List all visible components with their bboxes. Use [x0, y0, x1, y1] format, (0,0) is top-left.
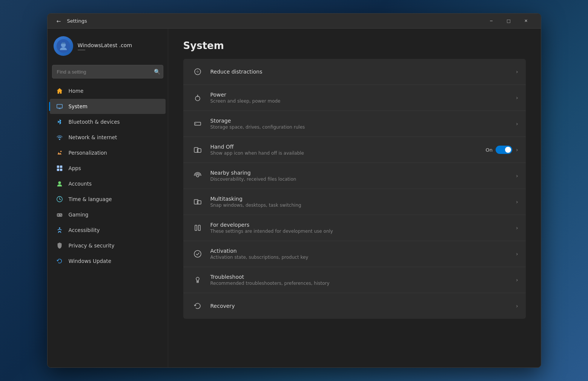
personalization-icon [56, 149, 63, 157]
update-icon [56, 257, 63, 265]
window-controls: ─ □ ✕ [483, 15, 535, 27]
reduce-distractions-chevron: › [516, 69, 518, 75]
multitasking-title: Multitasking [210, 196, 516, 202]
storage-icon [191, 117, 204, 131]
activation-icon [191, 247, 204, 261]
multitasking-right: › [516, 199, 518, 205]
hand-off-right: On › [485, 146, 518, 154]
svg-point-5 [60, 151, 61, 152]
setting-nearby-sharing[interactable]: Nearby sharing Discoverability, received… [183, 163, 526, 189]
close-icon: ✕ [524, 18, 528, 23]
hand-off-toggle-label: On [485, 147, 492, 153]
user-name: WindowsLatest .com [78, 42, 162, 48]
hand-off-toggle-container: On [485, 146, 512, 154]
sidebar-item-apps[interactable]: Apps [50, 161, 166, 176]
svg-point-4 [59, 139, 60, 140]
hand-off-toggle[interactable] [496, 146, 512, 154]
for-developers-desc: These settings are intended for developm… [210, 229, 516, 234]
svg-rect-6 [57, 166, 59, 168]
sidebar-item-accessibility-label: Accessibility [69, 227, 100, 233]
nearby-sharing-desc: Discoverability, received files location [210, 177, 516, 182]
setting-multitasking[interactable]: Multitasking Snap windows, desktops, tas… [183, 189, 526, 215]
nearby-sharing-text: Nearby sharing Discoverability, received… [210, 170, 516, 182]
back-icon: ← [57, 18, 61, 24]
sidebar-item-apps-label: Apps [69, 165, 81, 171]
setting-storage[interactable]: Storage Storage space, drives, configura… [183, 111, 526, 137]
power-icon [191, 91, 204, 104]
hand-off-desc: Show app icon when hand off is available [210, 151, 486, 156]
hand-off-icon [191, 143, 204, 157]
maximize-button[interactable]: □ [500, 15, 517, 27]
time-icon [56, 195, 63, 203]
power-desc: Screen and sleep, power mode [210, 98, 516, 104]
user-section[interactable]: WindowsLatest .com [48, 29, 168, 63]
sidebar-item-gaming-label: Gaming [69, 212, 89, 218]
bluetooth-icon [56, 118, 63, 126]
hand-off-title: Hand Off [210, 144, 486, 150]
sidebar-item-privacy[interactable]: Privacy & security [50, 238, 166, 253]
accounts-icon [56, 180, 63, 187]
setting-recovery[interactable]: Recovery › [183, 293, 526, 319]
sidebar-item-gaming[interactable]: Gaming [50, 207, 166, 222]
power-right: › [516, 95, 518, 101]
setting-activation[interactable]: Activation Activation state, subscriptio… [183, 241, 526, 267]
storage-text: Storage Storage space, drives, configura… [210, 118, 516, 130]
content-area: WindowsLatest .com 🔍 Home [48, 29, 541, 367]
troubleshoot-desc: Recommended troubleshooters, preferences… [210, 281, 516, 286]
search-input[interactable] [52, 65, 163, 78]
home-icon [56, 87, 63, 95]
sidebar-item-network[interactable]: Network & internet [50, 130, 166, 145]
sidebar-item-home[interactable]: Home [50, 83, 166, 98]
nearby-sharing-title: Nearby sharing [210, 170, 516, 176]
avatar [54, 36, 73, 56]
setting-for-developers[interactable]: For developers These settings are intend… [183, 215, 526, 241]
storage-right: › [516, 121, 518, 127]
privacy-icon [56, 242, 63, 249]
storage-chevron: › [516, 121, 518, 127]
sidebar-item-time[interactable]: Time & language [50, 192, 166, 207]
apps-icon [56, 164, 63, 172]
recovery-icon [191, 299, 204, 313]
main-content: System Reduce distractions › [168, 29, 541, 367]
close-button[interactable]: ✕ [517, 15, 535, 27]
activation-text: Activation Activation state, subscriptio… [210, 248, 516, 260]
sidebar-item-accessibility[interactable]: Accessibility [50, 223, 166, 238]
setting-hand-off[interactable]: Hand Off Show app icon when hand off is … [183, 137, 526, 163]
power-title: Power [210, 92, 516, 98]
svg-point-16 [61, 215, 61, 216]
back-button[interactable]: ← [54, 16, 64, 26]
setting-troubleshoot[interactable]: Troubleshoot Recommended troubleshooters… [183, 267, 526, 293]
power-text: Power Screen and sleep, power mode [210, 92, 516, 104]
sidebar-item-personalization-label: Personalization [69, 150, 107, 156]
setting-reduce-distractions[interactable]: Reduce distractions › [183, 59, 526, 85]
sidebar-item-system[interactable]: System [50, 99, 166, 114]
reduce-distractions-right: › [516, 69, 518, 75]
troubleshoot-text: Troubleshoot Recommended troubleshooters… [210, 274, 516, 286]
for-developers-chevron: › [516, 225, 518, 231]
sidebar-item-update[interactable]: Windows Update [50, 253, 166, 269]
storage-desc: Storage space, drives, configuration rul… [210, 124, 516, 130]
recovery-text: Recovery [210, 303, 516, 309]
troubleshoot-right: › [516, 277, 518, 283]
search-icon[interactable]: 🔍 [154, 69, 160, 75]
troubleshoot-icon [191, 273, 204, 287]
svg-rect-7 [60, 166, 62, 168]
recovery-chevron: › [516, 303, 518, 309]
multitasking-chevron: › [516, 199, 518, 205]
svg-rect-3 [58, 108, 60, 109]
sidebar-item-network-label: Network & internet [69, 134, 117, 140]
nearby-sharing-right: › [516, 173, 518, 179]
setting-power[interactable]: Power Screen and sleep, power mode › [183, 85, 526, 111]
activation-desc: Activation state, subscriptions, product… [210, 255, 516, 260]
nearby-sharing-chevron: › [516, 173, 518, 179]
sidebar-item-accounts[interactable]: Accounts [50, 176, 166, 191]
minimize-button[interactable]: ─ [483, 15, 500, 27]
power-chevron: › [516, 95, 518, 101]
sidebar-item-update-label: Windows Update [69, 258, 111, 264]
sidebar-item-system-label: System [69, 103, 88, 109]
sidebar-item-bluetooth[interactable]: Bluetooth & devices [50, 114, 166, 129]
svg-point-10 [58, 181, 61, 184]
sidebar-item-personalization[interactable]: Personalization [50, 145, 166, 160]
system-icon [56, 103, 63, 110]
for-developers-text: For developers These settings are intend… [210, 222, 516, 234]
